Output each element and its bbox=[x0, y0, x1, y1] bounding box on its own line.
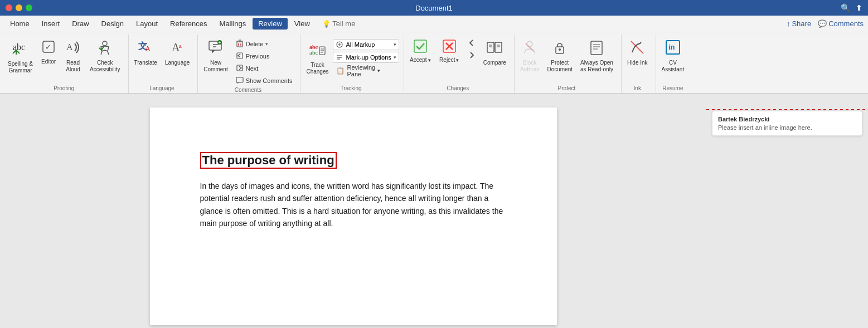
delete-button[interactable]: Delete ▾ bbox=[232, 38, 296, 50]
comments-button[interactable]: 💬 Comments bbox=[818, 19, 864, 28]
language-button[interactable]: A a Language bbox=[162, 37, 193, 68]
check-accessibility-button[interactable]: CheckAccessibility bbox=[86, 37, 123, 75]
hide-ink-button[interactable]: Hide Ink bbox=[624, 37, 651, 68]
svg-text:abc: abc bbox=[309, 49, 318, 56]
svg-point-5 bbox=[103, 41, 107, 46]
language-group-label: Language bbox=[131, 85, 193, 93]
comment-text: Please insert an inline image here. bbox=[718, 124, 856, 131]
markup-col: All Markup ▾ Mark-up Options ▾ 📋 Reviewi… bbox=[333, 39, 399, 77]
reviewing-pane-button[interactable]: 📋 ReviewingPane ▾ bbox=[333, 65, 399, 77]
editor-icon: ✓ bbox=[41, 39, 56, 57]
cv-assistant-icon: in bbox=[665, 39, 681, 58]
document-page[interactable]: The purpose of writing In the days of im… bbox=[150, 107, 557, 325]
tracking-group-label: Tracking bbox=[303, 85, 399, 93]
menu-insert[interactable]: Insert bbox=[36, 18, 66, 30]
show-comments-button[interactable]: Show Comments bbox=[232, 75, 296, 87]
accept-label[interactable]: Accept ▾ bbox=[406, 56, 434, 64]
menu-layout[interactable]: Layout bbox=[130, 18, 163, 30]
window-controls[interactable] bbox=[6, 4, 32, 11]
svg-marker-11 bbox=[212, 50, 215, 53]
svg-text:+: + bbox=[219, 40, 221, 45]
block-authors-icon bbox=[521, 39, 538, 58]
main-content: The purpose of writing In the days of im… bbox=[0, 94, 868, 328]
menu-design[interactable]: Design bbox=[96, 18, 129, 30]
protect-document-button[interactable]: ProtectDocument bbox=[544, 37, 576, 75]
block-authors-button[interactable]: BlockAuthors bbox=[517, 37, 542, 75]
translate-label: Translate bbox=[134, 60, 157, 66]
always-open-readonly-button[interactable]: Always Openas Read-only bbox=[577, 37, 617, 75]
minimize-button[interactable] bbox=[16, 4, 22, 11]
changes-items: Accept ▾ Reject ▾ bbox=[406, 35, 510, 85]
accept-split-btn: Accept ▾ bbox=[406, 37, 434, 64]
titlebar-right: 🔍 ⬆ bbox=[841, 3, 862, 12]
menu-draw[interactable]: Draw bbox=[66, 18, 94, 30]
svg-rect-41 bbox=[487, 42, 494, 52]
resume-items: in CVAssistant bbox=[658, 35, 688, 85]
markup-options-arrow: ▾ bbox=[394, 55, 396, 60]
titlebar: Document1 🔍 ⬆ bbox=[0, 0, 868, 16]
track-changes-label: TrackChanges bbox=[306, 62, 328, 75]
maximize-button[interactable] bbox=[26, 4, 32, 11]
menu-references[interactable]: References bbox=[164, 18, 212, 30]
spelling-grammar-button[interactable]: abc Spelling &Grammar bbox=[4, 37, 36, 76]
markup-options[interactable]: Mark-up Options ▾ bbox=[333, 52, 399, 63]
read-aloud-button[interactable]: A ReadAloud bbox=[61, 37, 85, 75]
comment-actions-col: Delete ▾ Previous bbox=[232, 38, 296, 87]
menu-view[interactable]: View bbox=[289, 18, 316, 30]
comment-panel: Bartek Biedrzycki Please insert an inlin… bbox=[706, 94, 868, 328]
markup-select[interactable]: All Markup ▾ bbox=[333, 39, 399, 50]
cv-assistant-button[interactable]: in CVAssistant bbox=[658, 37, 688, 75]
track-changes-button[interactable]: abc abc TrackChanges bbox=[303, 38, 332, 77]
document-body: In the days of images and icons, the wri… bbox=[200, 180, 507, 230]
language-label: Language bbox=[165, 60, 190, 66]
prev-change-icon bbox=[468, 39, 476, 47]
comment-author: Bartek Biedrzycki bbox=[718, 116, 856, 123]
close-button[interactable] bbox=[6, 4, 12, 11]
compare-label: Compare bbox=[483, 60, 506, 66]
compare-button[interactable]: Compare bbox=[480, 37, 510, 68]
comment-connector-line bbox=[706, 109, 868, 110]
changes-group-label: Changes bbox=[406, 85, 510, 93]
read-aloud-label: ReadAloud bbox=[66, 60, 80, 73]
search-icon[interactable]: 🔍 bbox=[841, 3, 850, 12]
show-comments-icon bbox=[236, 76, 244, 86]
block-authors-label: BlockAuthors bbox=[520, 60, 539, 73]
share-button[interactable]: ↑ Share bbox=[787, 19, 811, 28]
next-change-button[interactable] bbox=[464, 49, 479, 61]
markup-icon bbox=[336, 41, 343, 48]
markup-options-icon bbox=[336, 53, 343, 61]
menu-home[interactable]: Home bbox=[4, 18, 35, 30]
read-aloud-icon: A bbox=[65, 39, 81, 58]
proofing-group-label: Proofing bbox=[4, 85, 124, 93]
resume-group-label: Resume bbox=[658, 85, 688, 93]
markup-options-label: Mark-up Options bbox=[346, 54, 391, 61]
previous-change-button[interactable] bbox=[464, 37, 479, 49]
menu-mailings[interactable]: Mailings bbox=[214, 18, 252, 30]
menu-tell-me[interactable]: 💡 Tell me bbox=[317, 18, 361, 30]
svg-rect-42 bbox=[495, 42, 502, 52]
menu-review[interactable]: Review bbox=[253, 18, 288, 30]
reviewing-pane-label: ReviewingPane bbox=[347, 64, 375, 77]
translate-button[interactable]: 文 A Translate bbox=[131, 37, 161, 68]
always-open-readonly-icon bbox=[588, 39, 605, 58]
editor-button[interactable]: ✓ Editor bbox=[37, 37, 60, 67]
comments-items: + NewComment bbox=[200, 35, 295, 87]
next-label: Next bbox=[246, 65, 259, 72]
markup-arrow: ▾ bbox=[394, 42, 396, 47]
share-icon[interactable]: ⬆ bbox=[856, 3, 862, 12]
next-button[interactable]: Next bbox=[232, 62, 296, 75]
reject-label[interactable]: Reject ▾ bbox=[435, 56, 463, 64]
ribbon-group-comments: + NewComment bbox=[198, 35, 300, 93]
ribbon-group-proofing: abc Spelling &Grammar ✓ Editor bbox=[2, 35, 129, 93]
ribbon-group-changes: Accept ▾ Reject ▾ bbox=[404, 35, 515, 93]
previous-button[interactable]: Previous bbox=[232, 50, 296, 62]
svg-text:✓: ✓ bbox=[45, 43, 51, 51]
reject-button[interactable] bbox=[435, 37, 463, 56]
previous-icon bbox=[236, 52, 244, 61]
comment-box[interactable]: Bartek Biedrzycki Please insert an inlin… bbox=[712, 111, 862, 136]
accept-button[interactable] bbox=[406, 37, 434, 56]
document-title: The purpose of writing bbox=[200, 152, 337, 169]
proofing-items: abc Spelling &Grammar ✓ Editor bbox=[4, 35, 124, 85]
change-nav-col bbox=[464, 37, 479, 61]
new-comment-button[interactable]: + NewComment bbox=[200, 37, 231, 75]
